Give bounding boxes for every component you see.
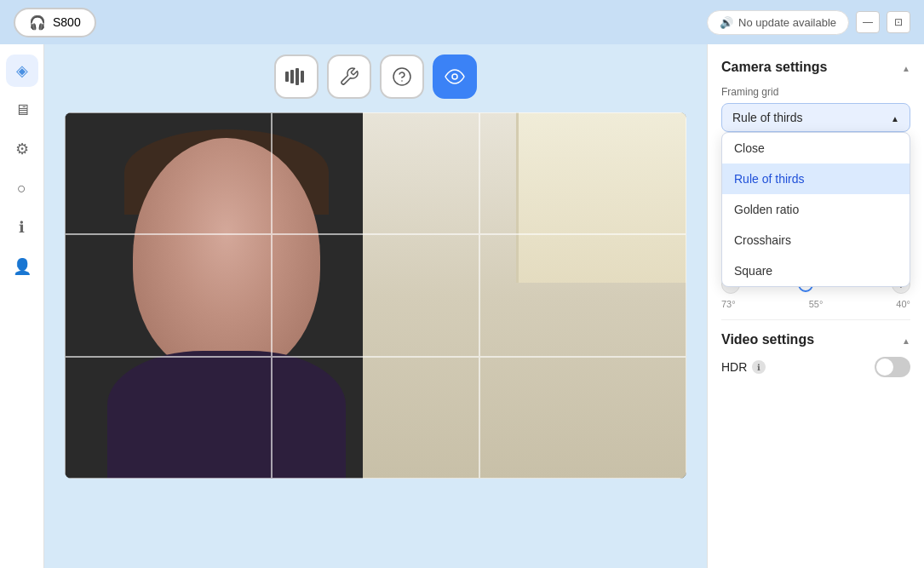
framing-grid-label: Framing grid [721, 86, 910, 98]
minimize-button[interactable]: — [856, 11, 880, 33]
top-bar: 🎧 S800 🔊 No update available — ⊡ [0, 0, 924, 44]
speaker-icon: 🔊 [720, 16, 733, 29]
svg-rect-0 [285, 72, 289, 82]
hdr-toggle[interactable] [875, 357, 910, 377]
grid-cell-7 [65, 357, 272, 479]
headset-icon: 🎧 [29, 14, 46, 31]
hdr-info-icon[interactable]: ℹ [752, 360, 766, 374]
grid-overlay [65, 112, 686, 479]
device-button[interactable]: 🎧 S800 [14, 8, 96, 37]
main-layout: ◈ 🖥 ⚙ ○ ℹ 👤 [0, 44, 924, 568]
hdr-label-group: HDR ℹ [721, 360, 766, 374]
sidebar-item-logo[interactable]: ◈ [6, 55, 38, 87]
zoom-values: 73° 55° 40° [721, 299, 910, 309]
right-panel: Camera settings Framing grid Rule of thi… [707, 44, 924, 568]
camera-feed [65, 112, 686, 479]
dropdown-item-rule-of-thirds[interactable]: Rule of thirds [722, 164, 910, 194]
dropdown-chevron-icon [891, 111, 899, 124]
camera-settings-header: Camera settings [721, 58, 910, 76]
help-button[interactable] [380, 55, 424, 99]
framing-grid-dropdown[interactable]: Rule of thirds Close Rule of thirds Gold… [721, 103, 910, 132]
dropdown-menu: Close Rule of thirds Golden ratio Crossh… [721, 132, 910, 287]
hdr-row: HDR ℹ [721, 357, 910, 377]
svg-rect-2 [296, 68, 299, 85]
dropdown-item-golden-ratio[interactable]: Golden ratio [722, 194, 910, 225]
eye-button[interactable] [433, 55, 477, 99]
sidebar-item-settings[interactable]: ⚙ [6, 133, 38, 165]
sidebar-item-person[interactable]: 👤 [6, 250, 38, 283]
maximize-button[interactable]: ⊡ [887, 11, 910, 33]
info-icon: ℹ [19, 218, 25, 237]
hdr-toggle-knob [876, 359, 893, 376]
monitor-icon: 🖥 [14, 101, 30, 119]
dropdown-item-crosshairs[interactable]: Crosshairs [722, 225, 910, 255]
person-icon: 👤 [13, 257, 32, 276]
grid-cell-8 [272, 357, 479, 479]
video-settings-collapse-button[interactable] [902, 330, 910, 348]
hdr-label: HDR [721, 360, 747, 374]
zoom-value-40: 40° [896, 299, 910, 309]
sidebar-item-info[interactable]: ℹ [6, 211, 38, 244]
toolbar [274, 55, 477, 99]
gear-icon: ⚙ [15, 140, 29, 158]
audio-button[interactable] [274, 55, 319, 99]
sidebar-item-user[interactable]: ○ [6, 172, 38, 204]
svg-point-6 [452, 74, 457, 79]
dropdown-item-square[interactable]: Square [722, 255, 910, 286]
sidebar-item-monitor[interactable]: 🖥 [6, 94, 38, 126]
dropdown-item-close[interactable]: Close [722, 133, 910, 164]
update-text: No update available [738, 16, 836, 29]
wrench-button[interactable] [327, 55, 371, 99]
user-circle-icon: ○ [17, 180, 26, 198]
camera-settings-title: Camera settings [721, 60, 828, 75]
grid-cell-3 [479, 112, 686, 234]
grid-cell-4 [65, 234, 272, 356]
grid-cell-6 [479, 234, 686, 356]
grid-cell-5 [272, 234, 479, 356]
video-settings-section: Video settings HDR ℹ [721, 319, 910, 377]
grid-cell-1 [65, 112, 272, 234]
logo-icon: ◈ [16, 61, 28, 80]
svg-rect-3 [301, 71, 304, 83]
zoom-value-73: 73° [721, 299, 736, 309]
svg-point-5 [401, 80, 403, 82]
dropdown-selected-text: Rule of thirds [732, 111, 802, 124]
sidebar: ◈ 🖥 ⚙ ○ ℹ 👤 [0, 44, 44, 568]
grid-cell-9 [479, 357, 686, 479]
video-settings-title: Video settings [721, 332, 814, 347]
video-settings-header: Video settings [721, 330, 910, 348]
zoom-value-55: 55° [809, 299, 824, 309]
dropdown-selected[interactable]: Rule of thirds [721, 103, 910, 132]
svg-point-4 [393, 68, 410, 85]
window-controls: — ⊡ [856, 11, 910, 33]
camera-area [44, 44, 707, 568]
top-bar-right: 🔊 No update available — ⊡ [707, 10, 910, 35]
svg-rect-1 [290, 70, 294, 83]
update-badge: 🔊 No update available [707, 10, 849, 35]
device-label: S800 [53, 15, 81, 29]
grid-cell-2 [272, 112, 479, 234]
camera-settings-collapse-button[interactable] [902, 58, 910, 76]
